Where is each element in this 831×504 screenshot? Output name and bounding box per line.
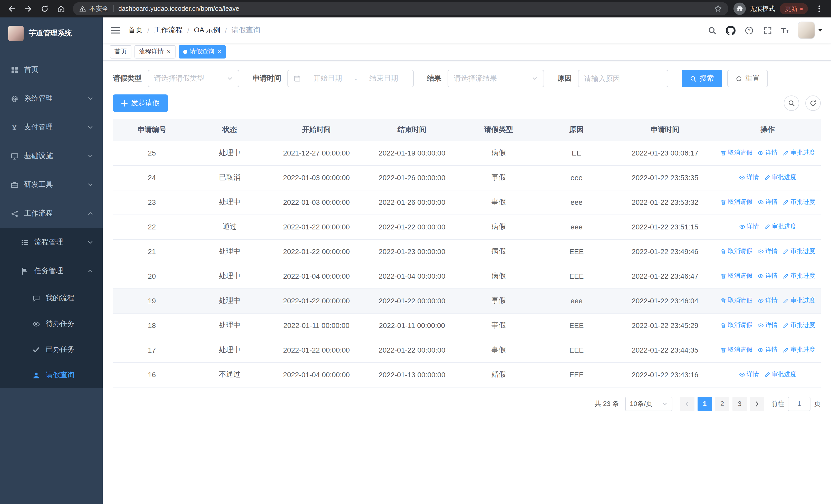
table-row[interactable]: 25处理中2021-12-27 00:00:002022-01-19 00:00… (113, 141, 821, 165)
font-size-icon[interactable]: TT (781, 26, 789, 34)
table-cell: 处理中 (191, 190, 268, 214)
browser-home-button[interactable] (54, 2, 68, 16)
sidebar-item-7[interactable]: 任务管理 (0, 257, 103, 285)
address-bar[interactable]: 不安全 dashboard.yudao.iocoder.cn/bpm/oa/le… (73, 2, 728, 16)
breadcrumb-item[interactable]: 工作流程 (154, 26, 183, 35)
action-detail[interactable]: 详情 (739, 370, 759, 379)
browser-chrome: 不安全 dashboard.yudao.iocoder.cn/bpm/oa/le… (0, 0, 831, 18)
next-page-button[interactable] (750, 396, 764, 411)
action-label: 审批进度 (772, 370, 796, 379)
tab-1[interactable]: 流程详情 × (135, 45, 175, 58)
table-row[interactable]: 16不通过2022-01-04 00:00:002022-01-13 00:00… (113, 362, 821, 387)
user-menu[interactable] (798, 22, 823, 39)
sidebar-item-0[interactable]: 首页 (0, 55, 103, 84)
sidebar-item-9[interactable]: 待办任务 (0, 311, 103, 337)
hide-search-button[interactable] (784, 95, 799, 111)
browser-reload-button[interactable] (38, 2, 51, 16)
sidebar-item-10[interactable]: 已办任务 (0, 337, 103, 362)
sidebar-toggle-icon[interactable] (103, 26, 128, 34)
action-detail[interactable]: 详情 (739, 173, 759, 182)
breadcrumb-item[interactable]: 首页 (128, 26, 143, 35)
table-row[interactable]: 24已取消2022-01-03 00:00:002022-01-26 00:00… (113, 165, 821, 190)
sidebar-item-4[interactable]: 研发工具 (0, 170, 103, 199)
tab-0[interactable]: 首页 (110, 45, 132, 58)
action-cancel[interactable]: 取消请假 (720, 198, 752, 207)
refresh-table-button[interactable] (805, 95, 821, 111)
update-button[interactable]: 更新 (780, 3, 808, 14)
top-navbar: 首页/工作流程/OA 示例/请假查询 ? TT (103, 18, 831, 43)
browser-menu-icon[interactable] (812, 2, 826, 16)
sidebar-item-2[interactable]: ¥ 支付管理 (0, 113, 103, 142)
action-detail[interactable]: 详情 (757, 149, 778, 157)
table-row[interactable]: 19处理中2022-01-22 00:00:002022-01-22 00:00… (113, 289, 821, 313)
action-cancel[interactable]: 取消请假 (720, 247, 752, 256)
page-button-1[interactable]: 1 (697, 396, 712, 411)
action-progress[interactable]: 审批进度 (764, 370, 796, 379)
bookmark-star-icon[interactable] (714, 5, 722, 13)
action-detail[interactable]: 详情 (757, 272, 778, 280)
sidebar-item-3[interactable]: 基础设施 (0, 142, 103, 170)
table-row[interactable]: 21处理中2022-01-22 00:00:002022-01-23 00:00… (113, 239, 821, 264)
table-row[interactable]: 23处理中2022-01-03 00:00:002022-01-26 00:00… (113, 190, 821, 214)
reset-button[interactable]: 重置 (727, 70, 768, 87)
incognito-label: 无痕模式 (749, 4, 775, 13)
goto-page-input[interactable] (788, 396, 810, 411)
sidebar-item-8[interactable]: 我的流程 (0, 285, 103, 311)
browser-back-button[interactable] (5, 2, 19, 16)
create-leave-button[interactable]: 发起请假 (113, 94, 168, 112)
header-search-icon[interactable] (707, 25, 717, 35)
table-row[interactable]: 18处理中2022-01-11 00:00:002022-01-11 00:00… (113, 313, 821, 338)
action-progress[interactable]: 审批进度 (783, 198, 815, 207)
close-icon[interactable]: × (167, 48, 171, 55)
action-detail[interactable]: 详情 (757, 198, 778, 207)
logo[interactable]: 芋道管理系统 (0, 18, 103, 49)
table-cell: 2022-01-13 00:00:00 (364, 362, 460, 387)
action-cancel[interactable]: 取消请假 (720, 296, 752, 305)
table-row[interactable]: 22通过2022-01-22 00:00:002022-01-22 00:00:… (113, 214, 821, 239)
search-button[interactable]: 搜索 (682, 70, 722, 87)
breadcrumb-item[interactable]: OA 示例 (194, 26, 221, 35)
action-cancel[interactable]: 取消请假 (720, 346, 752, 354)
action-detail[interactable]: 详情 (757, 296, 778, 305)
browser-forward-button[interactable] (22, 2, 35, 16)
fullscreen-icon[interactable] (763, 25, 772, 35)
help-icon[interactable]: ? (744, 25, 754, 35)
action-progress[interactable]: 审批进度 (783, 247, 815, 256)
row-actions: 取消请假详情审批进度 (715, 141, 821, 165)
action-progress[interactable]: 审批进度 (783, 346, 815, 354)
action-detail[interactable]: 详情 (757, 247, 778, 256)
result-select[interactable]: 请选择流结果 (448, 70, 544, 87)
action-progress[interactable]: 审批进度 (783, 272, 815, 280)
action-cancel[interactable]: 取消请假 (720, 149, 752, 157)
page-button-3[interactable]: 3 (733, 396, 747, 411)
table-row[interactable]: 20处理中2022-01-04 00:00:002022-01-04 00:00… (113, 264, 821, 289)
tab-2[interactable]: 请假查询 × (178, 45, 226, 58)
table-cell: eee (538, 214, 615, 239)
action-progress[interactable]: 审批进度 (783, 321, 815, 330)
github-icon[interactable] (725, 25, 735, 35)
sidebar-item-6[interactable]: 流程管理 (0, 228, 103, 257)
action-cancel[interactable]: 取消请假 (720, 272, 752, 280)
action-progress[interactable]: 审批进度 (764, 223, 796, 231)
tools-icon (10, 181, 19, 189)
close-icon[interactable]: × (218, 48, 221, 55)
column-header-1: 状态 (191, 119, 268, 141)
action-detail[interactable]: 详情 (757, 346, 778, 354)
page-size-select[interactable]: 10条/页 (625, 396, 672, 411)
action-detail[interactable]: 详情 (739, 223, 759, 231)
action-detail[interactable]: 详情 (757, 321, 778, 330)
action-progress[interactable]: 审批进度 (783, 149, 815, 157)
action-progress[interactable]: 审批进度 (764, 173, 796, 182)
leave-type-select[interactable]: 请选择请假类型 (148, 70, 239, 87)
prev-page-button[interactable] (680, 396, 694, 411)
table-row[interactable]: 17处理中2022-01-22 00:00:002022-01-22 00:00… (113, 338, 821, 362)
date-range-input[interactable]: 开始日期 - 结束日期 (287, 70, 414, 87)
sidebar-item-5[interactable]: 工作流程 (0, 199, 103, 228)
sidebar-item-1[interactable]: 系统管理 (0, 84, 103, 113)
monitor-icon (10, 152, 19, 160)
page-button-2[interactable]: 2 (715, 396, 729, 411)
sidebar-item-11[interactable]: 请假查询 (0, 362, 103, 388)
reason-input[interactable] (584, 75, 662, 83)
action-cancel[interactable]: 取消请假 (720, 321, 752, 330)
action-progress[interactable]: 审批进度 (783, 296, 815, 305)
